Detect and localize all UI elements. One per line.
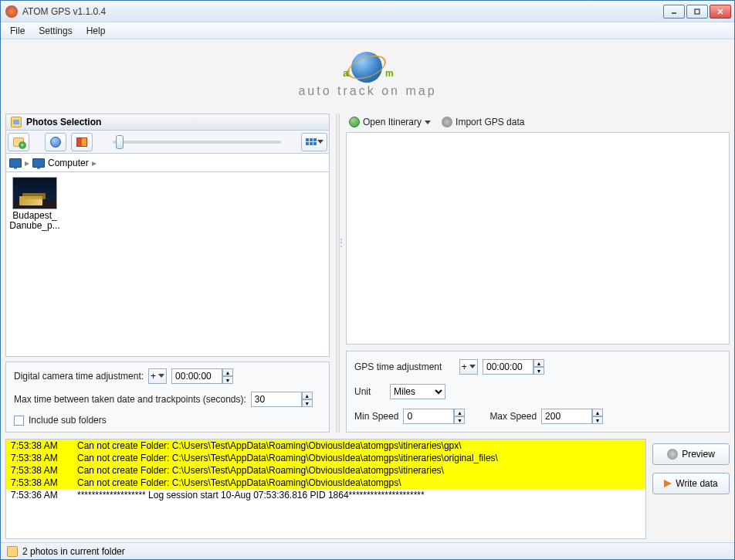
camera-time-up-button[interactable]: ▲ — [222, 368, 233, 376]
map-panel[interactable] — [346, 132, 730, 344]
open-itinerary-button[interactable]: Open Itinerary — [349, 117, 431, 127]
chevron-down-icon — [469, 365, 476, 368]
photos-toolbar — [5, 131, 330, 154]
menu-settings[interactable]: Settings — [32, 24, 78, 38]
camera-time-adj-input[interactable] — [171, 368, 222, 384]
gps-time-adj-input[interactable] — [483, 359, 533, 375]
chevron-down-icon — [158, 374, 164, 378]
include-subfolders-label: Include sub folders — [29, 415, 107, 426]
maxtime-input[interactable] — [251, 392, 302, 407]
log-message: ******************* Log session start 10… — [77, 490, 641, 501]
breadcrumb[interactable]: ▸ Computer ▸ — [5, 154, 330, 172]
monitor-icon — [9, 158, 22, 168]
breadcrumb-arrow-icon: ▸ — [25, 158, 29, 168]
grid-icon — [306, 138, 317, 145]
camera-time-down-button[interactable]: ▼ — [222, 376, 233, 384]
minspeed-label: Min Speed — [354, 411, 398, 422]
log-row[interactable]: 7:53:38 AMCan not create Folder: C:\User… — [6, 452, 645, 464]
svg-rect-1 — [695, 9, 699, 14]
photo-thumbnail[interactable]: Budapest_ Danube_p... — [11, 177, 59, 231]
menu-file[interactable]: File — [4, 24, 31, 38]
thumbnail-label: Budapest_ Danube_p... — [9, 211, 59, 231]
log-time: 7:53:38 AM — [11, 453, 68, 463]
gps-time-adj-label: GPS time adjustment — [354, 361, 455, 372]
log-time: 7:53:38 AM — [11, 465, 68, 476]
include-subfolders-checkbox[interactable] — [14, 416, 24, 426]
log-row[interactable]: 7:53:38 AMCan not create Folder: C:\User… — [6, 477, 645, 489]
import-icon — [442, 117, 452, 127]
camera-settings-panel: Digital camera time adjustment: + ▲▼ Max… — [5, 361, 330, 433]
globe-icon — [351, 52, 382, 83]
flag-icon — [76, 137, 87, 147]
log-message: Can not create Folder: C:\Users\Test\App… — [77, 440, 641, 451]
log-panel[interactable]: 7:53:38 AMCan not create Folder: C:\User… — [5, 439, 646, 539]
view-mode-button[interactable] — [301, 133, 327, 151]
write-icon — [664, 480, 672, 487]
logo: atm — [343, 52, 391, 83]
log-row[interactable]: 7:53:36 AM******************* Log sessio… — [6, 489, 645, 501]
log-message: Can not create Folder: C:\Users\Test\App… — [77, 465, 641, 476]
titlebar: ATOM GPS v1.1.0.4 — [1, 1, 734, 22]
menubar: File Settings Help — [1, 22, 734, 39]
flag-button[interactable] — [71, 133, 93, 151]
itinerary-icon — [349, 117, 360, 127]
maxtime-down-button[interactable]: ▼ — [302, 399, 313, 407]
minspeed-down-button[interactable]: ▼ — [454, 416, 465, 424]
chevron-down-icon — [317, 140, 323, 144]
camera-time-sign-button[interactable]: + — [148, 368, 167, 384]
thumbnail-image — [12, 177, 57, 209]
app-icon — [5, 5, 18, 18]
unit-label: Unit — [354, 386, 385, 397]
globe-icon — [50, 137, 61, 148]
minspeed-input[interactable] — [403, 409, 454, 424]
photo-grid[interactable]: Budapest_ Danube_p... — [5, 172, 330, 357]
logo-text-post: m — [385, 68, 392, 79]
menu-help[interactable]: Help — [80, 24, 112, 38]
import-gps-button[interactable]: Import GPS data — [442, 117, 524, 127]
status-icon — [7, 546, 18, 557]
minspeed-up-button[interactable]: ▲ — [454, 409, 465, 416]
photos-icon — [11, 117, 22, 127]
breadcrumb-arrow-icon: ▸ — [92, 158, 97, 168]
photos-selection-header: Photos Selection — [5, 114, 330, 131]
log-message: Can not create Folder: C:\Users\Test\App… — [77, 477, 641, 488]
log-time: 7:53:36 AM — [11, 490, 68, 501]
logo-area: atm auto track on map — [1, 39, 734, 110]
add-folder-button[interactable] — [8, 133, 29, 151]
gps-time-up-button[interactable]: ▲ — [533, 359, 544, 367]
minimize-button[interactable] — [663, 5, 685, 19]
chevron-down-icon — [425, 120, 431, 124]
log-time: 7:53:38 AM — [11, 440, 68, 451]
log-row[interactable]: 7:53:38 AMCan not create Folder: C:\User… — [6, 464, 645, 477]
log-row[interactable]: 7:53:38 AMCan not create Folder: C:\User… — [6, 440, 645, 452]
logo-tagline: auto track on map — [298, 84, 436, 98]
preview-button[interactable]: Preview — [652, 443, 730, 465]
computer-icon — [32, 158, 45, 168]
statusbar: 2 photos in current folder — [1, 542, 734, 559]
unit-select[interactable]: Miles — [390, 384, 445, 399]
maximize-button[interactable] — [686, 5, 708, 19]
breadcrumb-item[interactable]: Computer — [48, 158, 89, 168]
status-text: 2 photos in current folder — [22, 546, 125, 557]
maxtime-up-button[interactable]: ▲ — [302, 392, 313, 399]
preview-icon — [667, 449, 678, 460]
maxspeed-input[interactable] — [541, 409, 592, 424]
camera-time-adj-label: Digital camera time adjustment: — [14, 371, 144, 382]
close-button[interactable] — [710, 5, 731, 19]
photos-selection-title: Photos Selection — [26, 117, 101, 127]
maxspeed-label: Max Speed — [489, 411, 537, 422]
log-time: 7:53:38 AM — [11, 477, 68, 488]
splitter[interactable] — [336, 114, 340, 433]
gps-settings-panel: GPS time adjustment + ▲▼ Unit Miles — [346, 351, 730, 433]
log-message: Can not create Folder: C:\Users\Test\App… — [77, 453, 641, 463]
window-title: ATOM GPS v1.1.0.4 — [22, 6, 663, 17]
maxspeed-down-button[interactable]: ▼ — [592, 416, 603, 424]
thumbnail-size-slider[interactable] — [113, 141, 281, 144]
gps-time-down-button[interactable]: ▼ — [533, 367, 544, 375]
gps-time-sign-button[interactable]: + — [459, 359, 478, 375]
web-button[interactable] — [45, 133, 66, 151]
write-data-button[interactable]: Write data — [652, 473, 730, 494]
slider-thumb[interactable] — [116, 135, 124, 149]
maxspeed-up-button[interactable]: ▲ — [592, 409, 603, 416]
right-toolbar: Open Itinerary Import GPS data — [346, 114, 730, 131]
